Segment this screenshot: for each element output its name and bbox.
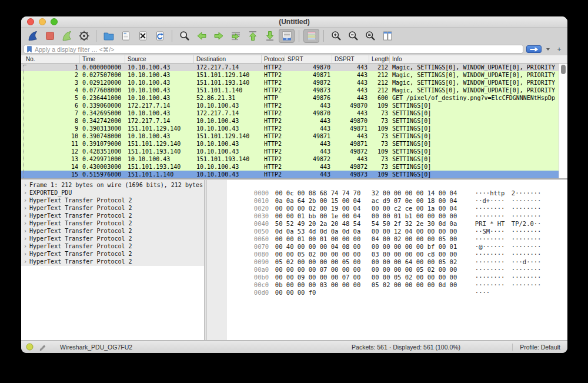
reload-file-button[interactable]: [152, 29, 168, 43]
packet-list-scrollbar[interactable]: [559, 64, 567, 178]
chevron-right-icon[interactable]: [21, 227, 29, 235]
detail-row[interactable]: HyperText Transfer Protocol 2: [21, 242, 204, 250]
packet-row[interactable]: 4 0.077608000 10.10.100.43 151.101.1.140…: [21, 86, 567, 94]
go-to-bottom-button[interactable]: [262, 29, 278, 43]
hex-bytes: 00 00 05 02 00 00 00 00: [372, 274, 461, 281]
arrow-right-icon: [213, 30, 225, 42]
hex-bytes: 00 00 12 04 00 00 00 00: [372, 228, 461, 235]
save-icon: [120, 30, 132, 42]
resize-columns-button[interactable]: [379, 29, 395, 43]
detail-row[interactable]: HyperText Transfer Protocol 2: [21, 197, 204, 204]
column-header[interactable]: Destination: [194, 55, 262, 63]
packet-row[interactable]: 11 0.391079000 151.101.129.140 10.10.100…: [21, 140, 567, 148]
filter-dropdown-button[interactable]: [544, 45, 552, 53]
chevron-right-icon[interactable]: [21, 212, 29, 219]
detail-row[interactable]: EXPORTED_PDU: [21, 189, 204, 197]
expert-info-icon[interactable]: [26, 343, 34, 351]
chevron-right-icon[interactable]: [21, 235, 29, 242]
ascii-bytes: ····http: [475, 189, 507, 197]
go-back-button[interactable]: [193, 29, 209, 43]
hex-bytes: 03 00 00 00 00 c8 00 00: [372, 251, 461, 258]
detail-row[interactable]: HyperText Transfer Protocol 2: [21, 258, 204, 265]
detail-row[interactable]: HyperText Transfer Protocol 2: [21, 227, 204, 235]
toolbar-separator: [299, 30, 299, 42]
hex-bytes: 0a 0a 64 2b 00 15 00 04: [275, 197, 365, 205]
start-capture-button[interactable]: [25, 29, 41, 43]
add-filter-button[interactable]: +: [554, 45, 564, 54]
packet-row[interactable]: 3 0.029120000 10.10.100.43 151.101.193.1…: [21, 79, 567, 86]
capture-comment-pencil-icon[interactable]: [39, 343, 46, 351]
zoom-in-button[interactable]: [328, 29, 344, 43]
scrollbar-thumb[interactable]: [561, 65, 566, 74]
packet-row[interactable]: 9 0.390313000 151.101.129.140 10.10.100.…: [21, 125, 567, 132]
bookmark-icon[interactable]: [26, 45, 33, 53]
find-packet-button[interactable]: [176, 29, 192, 43]
detail-row[interactable]: HyperText Transfer Protocol 2: [21, 219, 204, 227]
close-button[interactable]: [27, 18, 34, 25]
packet-row[interactable]: 10 0.390748000 10.10.100.43 151.101.129.…: [21, 132, 567, 140]
packet-row[interactable]: 15 0.515976000 151.101.1.140 10.10.100.4…: [21, 171, 567, 178]
apply-filter-button[interactable]: [526, 45, 542, 53]
go-to-top-button[interactable]: [245, 29, 260, 43]
chevron-right-icon[interactable]: [21, 197, 29, 204]
column-header[interactable]: Length: [369, 55, 390, 63]
chevron-right-icon[interactable]: [21, 258, 29, 265]
column-header[interactable]: DSPRT: [332, 55, 369, 63]
column-header[interactable]: No.: [21, 55, 80, 63]
profile-status[interactable]: Profile: Default: [512, 344, 560, 351]
column-header[interactable]: SPRT: [285, 55, 332, 63]
packet-row[interactable]: 7 0.342695000 10.10.100.43 172.217.7.14 …: [21, 109, 567, 117]
ascii-bytes: ········: [475, 251, 507, 258]
packet-row[interactable]: 12 0.428351000 151.101.193.140 10.10.100…: [21, 148, 567, 155]
save-file-button[interactable]: [118, 29, 133, 43]
chevron-right-icon[interactable]: [21, 242, 29, 250]
close-file-button[interactable]: [135, 29, 151, 43]
packet-row[interactable]: 5 0.236441000 10.10.100.43 52.86.21.31 H…: [21, 94, 567, 102]
chevron-right-icon[interactable]: [21, 204, 29, 212]
ascii-bytes: ·@······: [475, 243, 507, 251]
packet-row[interactable]: 14 0.430003000 151.101.193.140 10.10.100…: [21, 163, 567, 171]
restart-capture-button[interactable]: [59, 29, 75, 43]
detail-row[interactable]: HyperText Transfer Protocol 2: [21, 250, 204, 258]
display-filter-field[interactable]: [24, 45, 523, 54]
auto-scroll-button[interactable]: [279, 29, 295, 43]
colorize-button[interactable]: [303, 29, 319, 43]
capture-options-button[interactable]: [76, 29, 92, 43]
column-header[interactable]: Info: [390, 55, 567, 63]
zoom-normal-button[interactable]: [362, 29, 378, 43]
chevron-right-icon[interactable]: [21, 189, 29, 197]
zoom-out-button[interactable]: [345, 29, 361, 43]
hex-bytes: ac d9 07 0e 00 18 00 04: [372, 197, 461, 205]
ascii-bytes: ···d····: [512, 258, 542, 266]
go-to-packet-button[interactable]: [228, 29, 243, 43]
column-header[interactable]: Source: [125, 55, 194, 63]
minimize-button[interactable]: [39, 18, 46, 25]
column-header[interactable]: Time: [80, 55, 125, 63]
go-forward-button[interactable]: [211, 29, 226, 43]
open-file-button[interactable]: [101, 29, 116, 43]
maximize-button[interactable]: [51, 18, 58, 25]
packet-row[interactable]: 6 0.339060000 172.217.7.14 10.10.100.43 …: [21, 102, 567, 109]
detail-row[interactable]: HyperText Transfer Protocol 2: [21, 235, 204, 242]
detail-row[interactable]: HyperText Transfer Protocol 2: [21, 204, 204, 212]
title-bar: (Untitled): [21, 16, 567, 28]
chevron-right-icon[interactable]: [21, 219, 29, 227]
packet-row[interactable]: 8 0.342742000 172.217.7.14 10.10.100.43 …: [21, 117, 567, 125]
ascii-bytes: ········: [512, 212, 542, 220]
ascii-bytes: ········: [475, 212, 507, 220]
chevron-right-icon[interactable]: [21, 250, 29, 258]
column-header[interactable]: Protocol: [262, 55, 285, 63]
hex-offset: 0070: [252, 243, 269, 251]
display-filter-input[interactable]: [35, 46, 521, 53]
ascii-bytes: ········: [512, 235, 542, 243]
stop-capture-button[interactable]: [42, 29, 58, 43]
packet-row[interactable]: 1 0.000000000 10.10.100.43 172.217.7.14 …: [21, 64, 567, 71]
detail-row[interactable]: Frame 1: 212 bytes on wire (1696 bits), …: [21, 181, 204, 189]
hex-row[interactable]: 000000 0c 00 08 68 74 74 7032 00 00 00 0…: [207, 182, 567, 189]
ascii-bytes: ········: [512, 266, 542, 274]
detail-row[interactable]: HyperText Transfer Protocol 2: [21, 212, 204, 219]
packet-row[interactable]: 13 0.429971000 10.10.100.43 151.101.193.…: [21, 155, 567, 163]
chevron-right-icon[interactable]: [21, 181, 29, 189]
packet-row[interactable]: 2 0.027507000 10.10.100.43 151.101.129.1…: [21, 71, 567, 79]
status-bar: Wireshark_PDU_OG7FU2 Packets: 561 · Disp…: [21, 340, 567, 353]
